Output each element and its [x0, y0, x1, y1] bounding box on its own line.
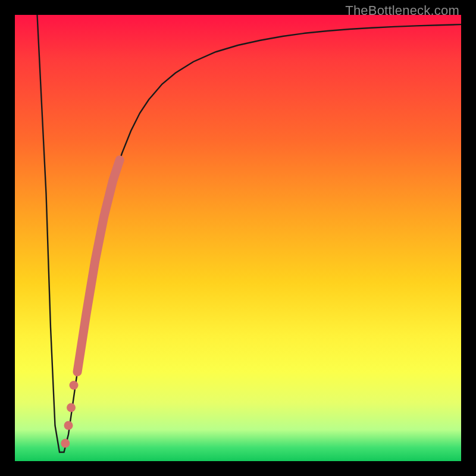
chart-frame: TheBottleneck.com — [0, 0, 476, 476]
highlight-dot — [67, 403, 76, 412]
highlight-dots — [61, 381, 78, 448]
chart-overlay — [15, 15, 461, 461]
highlight-dot — [70, 381, 79, 390]
attribution-text: TheBottleneck.com — [345, 3, 459, 18]
highlight-band — [77, 160, 120, 372]
highlight-dot — [64, 421, 73, 430]
highlight-dot — [61, 439, 70, 448]
plot-area — [15, 15, 461, 461]
